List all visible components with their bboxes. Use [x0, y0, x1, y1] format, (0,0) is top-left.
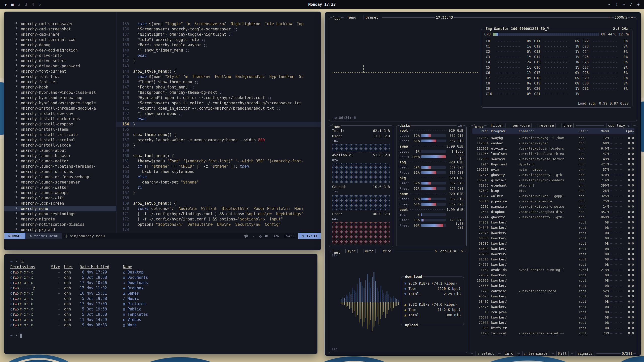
process-row[interactable]: 12244ghostty/usr/bin/ghostty --gtk-dhh86… [472, 214, 634, 220]
code-line[interactable]: 167} [116, 190, 321, 196]
clock[interactable]: Monday 17:33 [308, 2, 336, 7]
col-program[interactable]: Program: [489, 129, 519, 133]
code-line[interactable]: 173 options="$options\n✓ Defaults\n⊕ DNS… [116, 222, 321, 227]
bluetooth-icon[interactable]: ᛒ [615, 2, 618, 7]
file-list-item[interactable]: *omarchy-debug [4, 42, 116, 48]
btop-button[interactable]: ↕ select [473, 351, 498, 356]
code-line[interactable]: 168 [116, 196, 321, 201]
code-line[interactable]: 140 *) show_trigger_menu ;; [116, 48, 321, 53]
col-pid[interactable]: Pid: [472, 129, 489, 133]
code-line[interactable]: 166 fi [116, 185, 321, 190]
file-list-item[interactable]: *omarchy-drive-info [4, 53, 116, 58]
process-row[interactable]: 76577kworker/root0B0.0 [472, 315, 634, 320]
file-list-item[interactable]: *omarchy-hyprland-workspace-toggle [4, 101, 116, 106]
process-row[interactable]: 68402kworker/root0B0.0 [472, 299, 634, 304]
file-list-item[interactable]: *omarchy-install-dropbox [4, 122, 116, 127]
keyboard-icon[interactable]: ⌨ [623, 2, 625, 7]
code-line[interactable]: 151 *About*) open_in_editor ~/.config/om… [116, 106, 321, 111]
process-row[interactable]: 1162avahi-daavahi-daemon: running [avahi… [472, 267, 634, 273]
file-list-item[interactable]: *omarchy-lock-screen [4, 201, 116, 206]
file-list-item[interactable]: *omarchy-cmd-terminal-cwd [4, 37, 116, 42]
code-line[interactable]: 164 else [116, 174, 321, 180]
file-list-item[interactable]: *omarchy-launch-about [4, 148, 116, 153]
file-list-item[interactable]: *omarchy-install-tailscale [4, 132, 116, 138]
code-line[interactable]: 165 omarchy-font-set "$theme" [116, 180, 321, 185]
process-row[interactable]: 106746glycin-i/usr/lib/glycin-loadersdhh… [472, 177, 634, 183]
code-line[interactable]: 172 [ -f ~/.config/hypr/input.conf ] && … [116, 217, 321, 222]
process-row[interactable]: 803btrfs-trroot0B0.0 [472, 325, 634, 331]
process-row[interactable]: 87649btopbtopdhh26M0.0 [472, 188, 634, 193]
file-list-item[interactable]: *omarchy-drive-set-password [4, 64, 116, 69]
process-row[interactable]: 68584kworker/root0B0.0 [472, 246, 634, 251]
process-row[interactable]: 2506pipewire/usr/bin/pipewire-pulsedhh14… [472, 204, 634, 209]
process-row[interactable]: 16rcu_preeroot0B0.0 [472, 309, 634, 315]
disks-box-title[interactable]: disks [399, 123, 411, 128]
file-list-item[interactable]: *omarchy-hook [4, 85, 116, 90]
process-row[interactable]: 1275containe/usr/bin/containerdroot52M0.… [472, 288, 634, 294]
file-list-item[interactable]: *omarchy-migrate [4, 217, 116, 222]
terminal-window[interactable]: ~ › ls Permissions Size User Date Modifi… [4, 254, 317, 354]
code-line[interactable]: 138 *Idle*) omarchy-toggle-idle ;; [116, 37, 321, 42]
process-row[interactable]: 102099kworker/root0B0.0 [472, 278, 634, 283]
file-list-item[interactable]: *omarchy-launch-walker [4, 185, 116, 190]
file-list-item[interactable]: *omarchy-install-chromium-google-a [4, 106, 116, 111]
prompt-line-empty[interactable]: ~ › [10, 333, 311, 338]
file-list-item[interactable]: *omarchy-notification-dismiss [4, 222, 116, 227]
editor-window[interactable]: *omarchy-cmd-screensaver*omarchy-cmd-scr… [4, 12, 321, 250]
code-line[interactable]: 150 *Screensaver*) open_in_editor ~/.con… [116, 101, 321, 106]
process-row[interactable]: 87573ghostty/usr/bin/ghostty --gtk-dhh37… [472, 172, 634, 177]
code-line[interactable]: 143 [116, 64, 321, 69]
code-line[interactable]: 135 case $(menu "Toggle" "◐ Screensaver\… [116, 21, 321, 27]
file-list-item[interactable]: *omarchy-launch-floating-terminal- [4, 164, 116, 169]
process-row[interactable]: 73656kworker/root0B0.0 [472, 283, 634, 288]
code-line[interactable]: 170 local options="♪ Audio\n≋ Wifi\nᛒ Bl… [116, 206, 321, 211]
file-list-item[interactable]: *omarchy-dev-add-migration [4, 48, 116, 53]
workspace-4[interactable]: 4 [32, 2, 34, 7]
file-list-item[interactable]: *omarchy-launch-screensaver [4, 180, 116, 185]
btop-button[interactable]: Kill [554, 351, 571, 356]
workspace-1[interactable]: ■ [11, 2, 14, 7]
code-line[interactable]: 152 *) show_main_menu ;; [116, 111, 321, 116]
code-line[interactable]: 141 esac [116, 53, 321, 58]
process-row[interactable]: 68583kworker/root0B0.0 [472, 241, 634, 246]
process-row[interactable]: 74869kworker/root0B0.0 [472, 220, 634, 225]
file-list-item[interactable]: *omarchy-install-steam [4, 127, 116, 132]
btop-button[interactable]: signals [573, 351, 596, 356]
process-row[interactable]: 76575kworker/root0B0.0 [472, 304, 634, 309]
code-line[interactable]: 161 theme=$(menu "Font" "$(omarchy-font-… [116, 159, 321, 164]
file-list-item[interactable]: *omarchy-cmd-share [4, 32, 116, 37]
code-line[interactable]: 137 *Nightlight*) omarchy-toggle-nightli… [116, 32, 321, 37]
code-line[interactable]: 160show_font_menu() { [116, 153, 321, 159]
file-list-item[interactable]: *omarchy-font-list [4, 74, 116, 79]
code-line[interactable]: 159 [116, 148, 321, 153]
process-row[interactable]: 94540kworker/root0B0.0 [472, 225, 634, 230]
process-row[interactable]: 71835elephantelephantdhh390M0.0 [472, 183, 634, 188]
code-line[interactable]: 147 *Font*) show_font_menu ;; [116, 85, 321, 90]
process-row[interactable]: 73703kworker/root0B0.0 [472, 251, 634, 257]
file-list-item[interactable]: *omarchy-launch-wifi [4, 196, 116, 201]
process-row[interactable]: 1914HyprlandHyprlanddhh424M0.0 [472, 162, 634, 167]
file-list-item[interactable]: *omarchy-install-vscode [4, 143, 116, 148]
process-row[interactable]: 112061waybar/usr/bin/waybardhh68M0.0 [472, 141, 634, 146]
process-row[interactable]: 74733kworker/root0B0.0 [472, 262, 634, 267]
interval-plus-button[interactable]: + [630, 15, 633, 20]
process-row[interactable]: 68586kworker/root0B0.0 [472, 236, 634, 241]
code-line[interactable]: 145 case $(menu "Style" "◉ Theme\n✎ Font… [116, 74, 321, 79]
process-row[interactable]: 112090glycin-i/usr/lib/glycin-loadersdhh… [472, 146, 634, 151]
proc-sort[interactable]: cpu lazy ⇅ [604, 123, 633, 128]
code-line[interactable]: 144show_style_menu() { [116, 69, 321, 74]
process-row[interactable]: 72073kworker/root0B0.0 [472, 230, 634, 236]
process-row[interactable]: 81310kworker/root0B0.0 [472, 257, 634, 262]
workspace-5[interactable]: 5 [38, 2, 41, 7]
file-list-item[interactable]: *omarchy-cmd-screensaver [4, 21, 116, 27]
process-row[interactable]: 1170tailscal/usr/sbin/tailscaled --root7… [472, 331, 634, 336]
file-list-item[interactable]: *omarchy-install-dev-env [4, 111, 116, 116]
code-line[interactable]: 162 if [[ "$theme" == "CNCLD" || -z "$th… [116, 164, 321, 169]
process-row[interactable]: 111965localsea/usr/lib/localsearch-exdhh… [472, 151, 634, 156]
process-row[interactable]: 112052swaybg/usr/bin/swaybg -i /homdhh12… [472, 135, 634, 141]
file-list-item[interactable]: *omarchy-hyprland-window-close-all [4, 90, 116, 95]
process-row[interactable]: 71837walker/usr/bin/walker --gappldhh325… [472, 193, 634, 199]
file-list-item[interactable]: *omarchy-hyprland-window-pop [4, 95, 116, 101]
io-toggle-button[interactable]: io [457, 123, 463, 128]
code-line[interactable]: 157 omarchy-launch-walker -m menus:omarc… [116, 138, 321, 143]
